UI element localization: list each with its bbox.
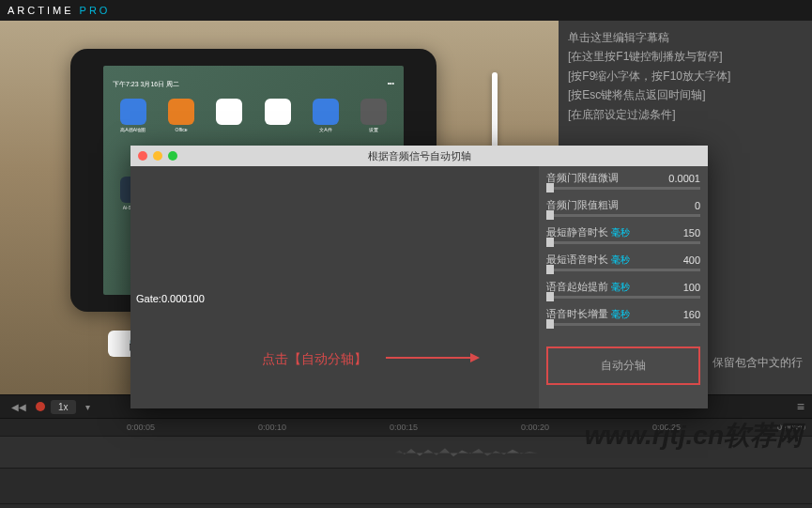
playback-speed[interactable]: 1x — [51, 400, 76, 414]
info-line: [按Esc键将焦点返回时间轴] — [568, 85, 803, 104]
app-logo: ARCTIME PRO — [8, 5, 110, 16]
dialog-preview-area: Gate:0.000100 点击【自动分轴】 — [130, 166, 539, 408]
slider-voice-extend[interactable] — [546, 323, 700, 326]
param-gate-fine: 音频门限值微调0.0001 — [539, 166, 708, 187]
prev-mark-button[interactable]: ◀◀ — [8, 400, 30, 414]
svg-marker-1 — [470, 353, 480, 362]
auto-split-dialog: 根据音频信号自动切轴 Gate:0.000100 点击【自动分轴】 音频门限值微… — [130, 146, 708, 408]
param-gate-coarse: 音频门限值粗调0 — [539, 193, 708, 214]
minimize-icon[interactable] — [153, 151, 162, 161]
slider-min-voice[interactable] — [546, 269, 700, 271]
record-button[interactable] — [36, 402, 45, 411]
param-min-silence: 最短静音时长 毫秒150 — [539, 221, 708, 241]
ipad-statusbar: 下午7:23 3月16日 周二••• — [113, 80, 394, 89]
waveform-visual — [394, 446, 563, 460]
slider-min-silence[interactable] — [546, 241, 700, 244]
auto-split-button[interactable]: 自动分轴 — [546, 346, 700, 385]
close-icon[interactable] — [138, 151, 147, 161]
maximize-icon[interactable] — [168, 151, 177, 161]
info-line: 单击这里编辑字幕稿 — [568, 28, 803, 47]
instruction-annotation: 点击【自动分轴】 — [262, 349, 480, 369]
filter-retain-label: 保留包含中文的行 — [712, 355, 803, 371]
dialog-title: 根据音频信号自动切轴 — [368, 149, 471, 163]
app-titlebar: ARCTIME PRO — [0, 0, 812, 21]
timeline-menu-icon[interactable]: ≡ — [797, 399, 804, 414]
slider-gate-fine[interactable] — [546, 187, 700, 190]
param-min-voice: 最短语音时长 毫秒400 — [539, 248, 708, 269]
subtitle-track[interactable] — [0, 469, 812, 504]
slider-gate-coarse[interactable] — [546, 214, 700, 217]
watermark-text: www.rjtj.cn软荐网 — [585, 418, 803, 454]
speed-dropdown-icon[interactable]: ▾ — [82, 400, 94, 414]
slider-voice-lead[interactable] — [546, 296, 700, 299]
info-line: [按F9缩小字体，按F10放大字体] — [568, 67, 803, 85]
param-voice-extend: 语音时长增量 毫秒160 — [539, 302, 708, 323]
gate-value-label: Gate:0.000100 — [136, 293, 205, 304]
info-line: [在底部设定过滤条件] — [568, 105, 803, 124]
window-controls — [138, 151, 177, 161]
instruction-text: 点击【自动分轴】 — [262, 351, 367, 368]
param-voice-lead: 语音起始提前 毫秒100 — [539, 275, 708, 296]
dialog-params-panel: 音频门限值微调0.0001 音频门限值粗调0 最短静音时长 毫秒150 最短语音… — [539, 166, 708, 408]
dialog-body: Gate:0.000100 点击【自动分轴】 音频门限值微调0.0001 音频门… — [130, 166, 708, 408]
info-line: [在这里按F1键控制播放与暂停] — [568, 47, 803, 66]
dialog-titlebar[interactable]: 根据音频信号自动切轴 — [130, 146, 708, 166]
arrow-icon — [386, 349, 480, 369]
